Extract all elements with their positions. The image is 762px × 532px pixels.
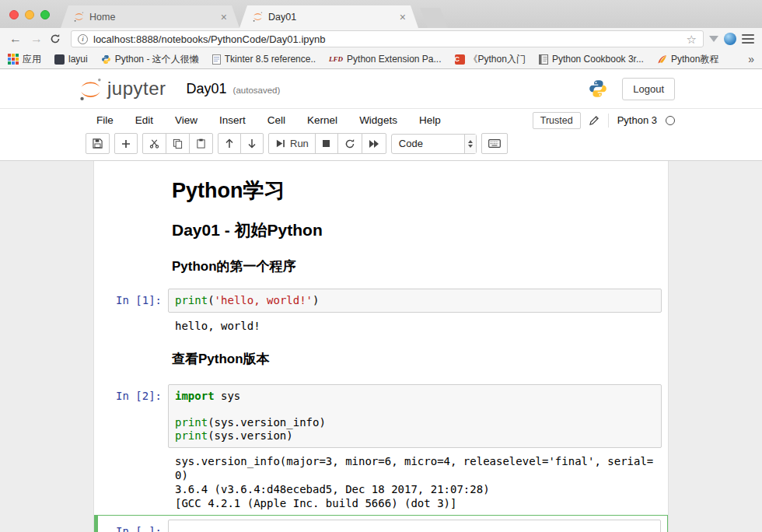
autosave-status: (autosaved)	[233, 86, 281, 95]
save-button[interactable]	[86, 133, 110, 154]
window-controls	[9, 10, 50, 19]
jupyter-favicon	[73, 11, 85, 23]
menu-kernel[interactable]: Kernel	[307, 114, 337, 126]
bookmark-label: Python - 这个人很懒	[115, 53, 199, 66]
notebook-page: Python学习 Day01 - 初始Python Python的第一个程序 I…	[93, 161, 669, 532]
forward-icon[interactable]: →	[29, 33, 44, 45]
code-input-area[interactable]: print('hello, world!')	[168, 289, 662, 313]
notebook-title[interactable]: Day01	[187, 81, 227, 97]
bookmark-label: Python教程	[671, 53, 718, 66]
bookmark-cookbook[interactable]: Python Cookbook 3r...	[539, 54, 644, 65]
run-cell-button[interactable]: Run	[268, 133, 316, 154]
menu-widgets[interactable]: Widgets	[359, 114, 397, 126]
cell-1-output: hello, world!	[175, 319, 657, 333]
reload-icon[interactable]	[50, 33, 65, 44]
move-cell-up-button[interactable]	[218, 133, 241, 154]
extension-globe-icon[interactable]	[724, 33, 736, 45]
add-cell-button[interactable]	[114, 133, 138, 154]
code-cell-2[interactable]: In [2]: import sys print(sys.version_inf…	[94, 384, 668, 448]
close-window-button[interactable]	[9, 10, 19, 19]
tab-close-icon[interactable]: ×	[221, 12, 227, 23]
feather-icon	[657, 54, 667, 65]
tab-title: Home	[89, 12, 215, 23]
menu-view[interactable]: View	[175, 114, 197, 126]
apps-grid-icon	[8, 54, 19, 65]
jupyter-logo[interactable]: jupyter	[78, 76, 166, 102]
jupyter-header: jupyter Day01 (autosaved) Logout	[0, 69, 762, 108]
back-icon[interactable]: ←	[8, 33, 23, 45]
bookmark-python-blog[interactable]: Python - 这个人很懒	[101, 53, 199, 66]
heading-day01: Day01 - 初始Python	[172, 220, 662, 240]
markdown-cell-title[interactable]: Python学习	[94, 178, 668, 203]
tab-close-icon[interactable]: ×	[400, 12, 406, 23]
bookmark-lfd[interactable]: LFD Python Extension Pa...	[329, 54, 441, 65]
new-tab-button[interactable]	[420, 8, 448, 28]
bookmark-star-icon[interactable]: ☆	[687, 33, 697, 45]
layui-logo-icon	[54, 54, 65, 65]
bookmark-csdn[interactable]: C 《Python入门	[455, 53, 526, 66]
bookmarks-bar: 应用 layui Python - 这个人很懒 Tkinter 8.5 refe…	[0, 50, 762, 69]
bookmark-apps[interactable]: 应用	[8, 53, 41, 66]
bookmark-tkinter[interactable]: Tkinter 8.5 reference..	[212, 54, 316, 65]
kernel-name: Python 3	[617, 114, 657, 126]
zoom-window-button[interactable]	[40, 10, 50, 19]
tab-day01[interactable]: Day01 ×	[239, 5, 418, 28]
kernel-idle-indicator-icon	[666, 116, 675, 125]
url-text[interactable]: localhost:8888/notebooks/PythonCode/Day0…	[93, 33, 681, 45]
bookmark-label: Python Extension Pa...	[347, 54, 441, 65]
bookmark-label: layui	[68, 54, 88, 65]
tab-home[interactable]: Home ×	[61, 5, 239, 28]
bookmark-label: Tkinter 8.5 reference..	[225, 54, 316, 65]
code-input-area[interactable]	[168, 520, 661, 532]
restart-run-all-button[interactable]	[362, 133, 386, 154]
cell-prompt	[94, 259, 168, 275]
menu-insert[interactable]: Insert	[219, 114, 246, 126]
extension-dropdown-icon[interactable]	[709, 36, 718, 42]
python-mini-icon	[101, 54, 111, 65]
markdown-cell-first-program[interactable]: Python的第一个程序	[94, 259, 668, 275]
notebook-menubar: File Edit View Insert Cell Kernel Widget…	[0, 108, 762, 131]
menu-edit[interactable]: Edit	[135, 114, 153, 126]
run-button-label: Run	[290, 138, 309, 149]
markdown-cell-check-version[interactable]: 查看Python版本	[94, 352, 668, 367]
input-prompt: In [2]:	[94, 384, 168, 448]
code-cell-3-selected[interactable]: In [ ]:	[94, 515, 668, 532]
page-info-icon[interactable]: i	[78, 34, 88, 44]
heading-check-version: 查看Python版本	[172, 352, 662, 367]
logout-button[interactable]: Logout	[622, 78, 675, 100]
trusted-badge[interactable]: Trusted	[533, 112, 581, 129]
divider	[608, 114, 609, 128]
menu-cell[interactable]: Cell	[267, 114, 285, 126]
notebook-scroll-area[interactable]: Python学习 Day01 - 初始Python Python的第一个程序 I…	[0, 161, 762, 532]
code-cell-1[interactable]: In [1]: print('hello, world!')	[94, 289, 668, 313]
menu-help[interactable]: Help	[419, 114, 441, 126]
menu-file[interactable]: File	[96, 114, 114, 126]
bookmarks-overflow-chevron[interactable]: »	[748, 53, 754, 65]
interrupt-kernel-button[interactable]	[315, 133, 338, 154]
lfd-badge-icon: LFD	[329, 55, 343, 63]
cell-type-select[interactable]: Code	[391, 134, 477, 154]
cut-cell-button[interactable]	[142, 133, 166, 154]
bookmark-layui[interactable]: layui	[54, 54, 88, 65]
copy-cell-button[interactable]	[166, 133, 190, 154]
heading-python-study: Python学习	[172, 178, 662, 203]
restart-kernel-button[interactable]	[337, 133, 362, 154]
cell-prompt	[94, 220, 168, 240]
book-icon	[539, 54, 548, 65]
address-bar[interactable]: i localhost:8888/notebooks/PythonCode/Da…	[71, 30, 704, 47]
markdown-cell-day01[interactable]: Day01 - 初始Python	[94, 220, 668, 240]
code-line: print('hello, world!')	[175, 294, 655, 307]
tab-title: Day01	[268, 12, 393, 23]
code-input-area[interactable]: import sys print(sys.version_info) print…	[168, 384, 662, 448]
minimize-window-button[interactable]	[25, 10, 34, 19]
tab-strip: Home × Day01 ×	[0, 0, 762, 28]
jupyter-logo-icon	[78, 76, 103, 102]
move-cell-down-button[interactable]	[240, 133, 264, 154]
browser-window: Home × Day01 × ← → i localhost:8888/note…	[0, 0, 762, 532]
browser-menu-icon[interactable]	[742, 34, 754, 44]
select-stepper-icon	[464, 135, 476, 153]
input-prompt: In [1]:	[94, 289, 168, 313]
command-palette-button[interactable]	[481, 133, 508, 154]
bookmark-python-tutorial[interactable]: Python教程	[657, 53, 718, 66]
paste-cell-button[interactable]	[189, 133, 213, 154]
